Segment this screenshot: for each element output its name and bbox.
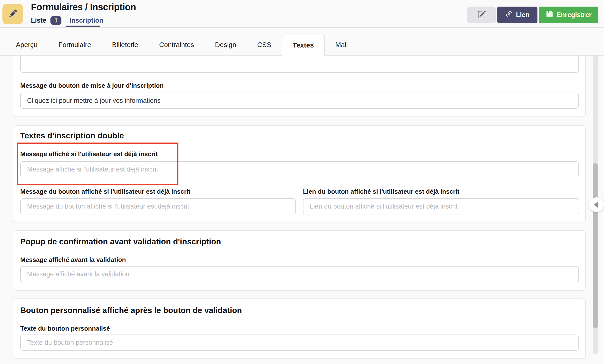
custom-button-text-label: Texte du bouton personnalisé xyxy=(20,325,110,332)
section-title: Popup de confirmation avant validation d… xyxy=(20,237,221,246)
active-nav-underline xyxy=(66,25,100,27)
tab-mail[interactable]: Mail xyxy=(325,35,358,55)
pencil-square-icon xyxy=(478,11,486,20)
section-bouton-personnalise: Bouton personnalisé affiché après le bou… xyxy=(13,298,586,359)
pre-validation-message-label: Message affiché avant la validation xyxy=(20,256,126,264)
breadcrumb: Liste 1 Inscription xyxy=(31,15,103,26)
update-button-message-label: Message du bouton de mise à jour d'inscr… xyxy=(20,82,164,89)
already-registered-message-label: Message affiché si l'utilisateur est déj… xyxy=(20,150,158,158)
header: Formulaires / Inscription Liste 1 Inscri… xyxy=(0,0,604,28)
already-registered-link-label: Lien du bouton affiché si l'utilisateur … xyxy=(303,188,459,195)
form-icon-tile xyxy=(2,4,23,24)
tab-list: Aperçu Formulaire Billeterie Contraintes… xyxy=(5,35,358,56)
tab-bar: Aperçu Formulaire Billeterie Contraintes… xyxy=(0,27,604,56)
page-title: Formulaires / Inscription xyxy=(31,2,136,12)
tab-design[interactable]: Design xyxy=(204,35,247,55)
tab-formulaire[interactable]: Formulaire xyxy=(48,35,102,55)
tab-contraintes[interactable]: Contraintes xyxy=(149,35,204,55)
custom-button-text-input[interactable] xyxy=(20,335,579,351)
chevron-left-icon xyxy=(594,202,598,208)
section-title: Bouton personnalisé affiché après le bou… xyxy=(20,306,242,315)
panel-toggle-handle[interactable] xyxy=(589,197,604,212)
enregistrer-button[interactable]: Enregistrer xyxy=(539,7,598,23)
lien-button-label: Lien xyxy=(516,11,530,19)
nav-liste-link[interactable]: Liste xyxy=(31,17,46,24)
app-root: Formulaires / Inscription Liste 1 Inscri… xyxy=(0,0,604,364)
already-registered-message-input[interactable] xyxy=(20,161,579,177)
lien-button[interactable]: Lien xyxy=(497,7,538,23)
pre-validation-message-input[interactable] xyxy=(20,266,579,282)
tab-apercu[interactable]: Aperçu xyxy=(5,35,48,55)
tab-css[interactable]: CSS xyxy=(247,35,282,55)
already-registered-button-label: Message du bouton affiché si l'utilisate… xyxy=(20,188,190,195)
update-button-message-input[interactable] xyxy=(20,93,579,109)
already-registered-link-input[interactable] xyxy=(303,198,579,214)
pencil-icon xyxy=(7,8,19,21)
floppy-disk-icon xyxy=(545,10,553,20)
tab-billeterie[interactable]: Billeterie xyxy=(102,35,149,55)
section-textes-inscription: Message du bouton de mise à jour d'inscr… xyxy=(13,56,586,117)
section-popup-confirmation: Popup de confirmation avant validation d… xyxy=(13,230,586,291)
edit-button[interactable] xyxy=(467,7,496,23)
enregistrer-button-label: Enregistrer xyxy=(556,11,591,19)
scrollbar-thumb[interactable] xyxy=(593,163,598,328)
already-registered-button-input[interactable] xyxy=(20,198,296,214)
nav-inscription-link[interactable]: Inscription xyxy=(69,17,103,24)
tab-textes[interactable]: Textes xyxy=(282,35,325,56)
section-title: Textes d'inscription double xyxy=(20,131,124,140)
clipped-input[interactable] xyxy=(20,56,579,73)
liste-count-badge: 1 xyxy=(50,16,62,25)
section-inscription-double: Textes d'inscription double Message affi… xyxy=(13,125,586,222)
link-icon xyxy=(505,10,513,20)
